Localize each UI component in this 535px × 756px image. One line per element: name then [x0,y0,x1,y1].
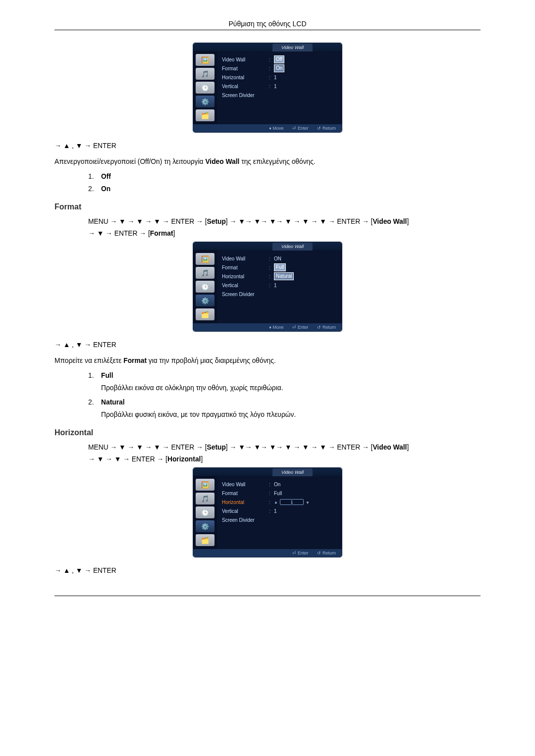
osd-screenshot-2: Video Wall 🖼️ 🎵 🕒 ⚙️ 🗂️ Video Wall : ON [54,242,481,331]
osd-title: Video Wall [272,44,313,51]
nav-horizontal-line1: MENU → ▼ → ▼ → ▼ → ENTER → [Setup] → ▼→ … [88,442,481,453]
picture-icon: 🖼️ [196,54,214,66]
clock-icon: 🕒 [196,506,214,518]
nav-format-line1: MENU → ▼ → ▼ → ▼ → ENTER → [Setup] → ▼→ … [88,216,481,227]
osd-value-on: On [274,64,284,72]
page-title: Ρύθμιση της οθόνης LCD [54,20,481,28]
bottom-rule [54,596,481,596]
sound-icon: 🎵 [196,68,214,80]
osd-row-vertical: Vertical [222,84,269,89]
heading-format: Format [54,202,481,211]
page: Ρύθμιση της οθόνης LCD Video Wall 🖼️ 🎵 🕒… [0,0,535,626]
horizontal-slider: ▲ 1 ▼ [274,499,310,505]
osd-row-format: Format [222,66,269,71]
nav-arrows-enter-1: → ▲ , ▼ → ENTER [54,141,481,151]
multi-icon: 🗂️ [196,308,214,320]
list-item-full: Full [101,372,113,379]
nav-arrows-enter-3: → ▲ , ▼ → ENTER [54,566,481,576]
clock-icon: 🕒 [196,281,214,293]
clock-icon: 🕒 [196,82,214,94]
list-item-on: On [101,185,110,193]
desc-format: Μπορείτε να επιλέξετε Format για την προ… [54,356,481,366]
format-list: 1.Full Προβάλλει εικόνα σε ολόκληρη την … [54,372,481,418]
full-desc: Προβάλλει εικόνα σε ολόκληρη την οθόνη, … [101,384,481,392]
osd-screenshot-3: Video Wall 🖼️ 🎵 🕒 ⚙️ 🗂️ Video Wall : On [54,468,481,557]
sound-icon: 🎵 [196,267,214,279]
osd-footer-move: ♦ Move [269,126,283,131]
osd-footer-return: ↺ Return [317,126,336,131]
nav-format-line2: → ▼ → ENTER → [Format] [88,228,481,239]
osd-value-v: 1 [274,84,277,89]
list-item-off: Off [101,173,111,180]
natural-desc: Προβάλλει φυσική εικόνα, με τον πραγματι… [101,411,481,418]
list-item-natural: Natural [101,399,125,406]
osd-side-icons: 🖼️ 🎵 🕒 ⚙️ 🗂️ [193,51,217,124]
multi-icon: 🗂️ [196,109,214,121]
heading-horizontal: Horizontal [54,428,481,437]
osd-value-h: 1 [274,75,277,80]
osd-row-screendivider: Screen Divider [222,93,269,98]
osd-row-horizontal: Horizontal [222,75,269,80]
osd-row-videowall: Video Wall [222,57,269,62]
multi-icon: 🗂️ [196,534,214,546]
sound-icon: 🎵 [196,493,214,504]
top-rule [54,30,481,30]
osd-screenshot-1: Video Wall 🖼️ 🎵 🕒 ⚙️ 🗂️ Video Wall : Off [54,43,481,132]
nav-horizontal-line2: → ▼ → ▼ → ENTER → [Horizontal] [88,454,481,465]
setup-icon: ⚙️ [196,295,214,306]
offon-list: 1.Off 2.On [54,173,481,193]
setup-icon: ⚙️ [196,96,214,107]
setup-icon: ⚙️ [196,520,214,532]
picture-icon: 🖼️ [196,479,214,491]
desc-offon: Απενεργοποιεί/ενεργοποιεί (Off/On) τη λε… [54,157,481,167]
picture-icon: 🖼️ [196,253,214,265]
osd-footer-enter: ⏎ Enter [292,126,308,131]
nav-arrows-enter-2: → ▲ , ▼ → ENTER [54,340,481,350]
osd-value-off: Off [274,55,284,63]
